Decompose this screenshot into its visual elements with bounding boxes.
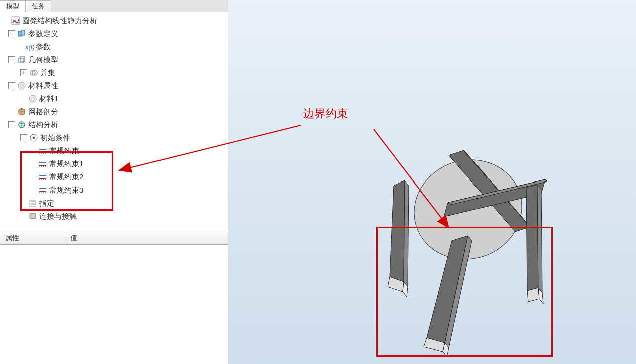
collapse-toggle[interactable]: −	[8, 56, 15, 63]
initial-cond-icon	[29, 133, 38, 142]
tree-param-def[interactable]: − 参数定义	[0, 27, 228, 40]
collapse-toggle[interactable]: −	[8, 82, 15, 89]
svg-marker-61	[526, 185, 538, 291]
tree-init-cond-label: 初始条件	[40, 133, 70, 143]
material-icon	[28, 94, 37, 103]
svg-rect-2	[21, 30, 25, 35]
tree-constraint-label: 常规约束	[49, 146, 79, 156]
tab-model[interactable]: 模型	[0, 0, 26, 12]
collapse-toggle[interactable]: −	[8, 121, 15, 128]
property-grid-body[interactable]	[0, 245, 228, 364]
svg-marker-58	[404, 180, 409, 287]
tree-constraint1[interactable]: 常规约束1	[0, 157, 228, 170]
tree-constraint1-label: 常规约束1	[49, 159, 83, 169]
param-prefix: x(t)	[25, 43, 35, 51]
tree-material-attr-label: 材料属性	[28, 81, 58, 91]
tree-params[interactable]: x(t) 参数	[0, 40, 228, 53]
function-icon: x(t)	[25, 42, 35, 51]
tree-mesh[interactable]: 网格剖分	[0, 105, 228, 118]
tree-constraint3-label: 常规约束3	[49, 186, 83, 195]
model-tree: 圆凳结构线性静力分析 − 参数定义 x(t) 参数	[0, 12, 228, 225]
tree-root[interactable]: 圆凳结构线性静力分析	[0, 14, 228, 27]
tree-material-attr[interactable]: − 材料属性	[0, 79, 228, 92]
constraint-icon	[38, 172, 47, 181]
tree-constraint2-label: 常规约束2	[49, 172, 83, 182]
tree-root-label: 圆凳结构线性静力分析	[22, 16, 97, 26]
params-group-icon	[17, 29, 26, 38]
tree-init-cond[interactable]: − 初始条件	[0, 131, 228, 144]
analysis-icon	[11, 16, 20, 25]
tree-params-label: 参数	[36, 42, 51, 52]
app-root: 模型 任务 圆凳结构线性静力分析 −	[0, 0, 636, 364]
tree-contact-label: 连接与接触	[39, 212, 77, 221]
tree-geom-label: 几何模型	[28, 55, 58, 65]
union-icon	[29, 68, 38, 77]
svg-point-21	[33, 137, 35, 139]
tree-contact[interactable]: 连接与接触	[0, 210, 228, 223]
model-3d-scene	[228, 0, 636, 364]
assign-icon	[28, 199, 37, 208]
tree-struct-label: 结构分析	[28, 120, 58, 130]
mesh-icon	[17, 107, 26, 116]
collapse-toggle[interactable]: −	[20, 134, 27, 141]
svg-marker-57	[390, 180, 405, 282]
svg-rect-3	[19, 58, 23, 63]
tree-struct-analysis[interactable]: − 结构分析	[0, 118, 228, 131]
constraint-icon	[38, 186, 47, 195]
svg-point-12	[29, 95, 36, 102]
expand-toggle[interactable]: +	[20, 69, 27, 76]
model-tree-scroll[interactable]: 圆凳结构线性静力分析 − 参数定义 x(t) 参数	[0, 12, 228, 232]
contact-icon	[28, 212, 37, 221]
tab-task[interactable]: 任务	[26, 0, 51, 12]
tree-param-def-label: 参数定义	[28, 29, 58, 39]
constraint-icon	[38, 159, 47, 168]
tree-material1-label: 材料1	[39, 94, 58, 104]
tree-assign-label: 指定	[39, 199, 54, 208]
svg-marker-62	[537, 185, 542, 293]
tree-geom-model[interactable]: − 几何模型	[0, 53, 228, 66]
prop-header-value: 值	[65, 232, 82, 244]
svg-point-10	[18, 82, 25, 89]
tree-constraint2[interactable]: 常规约束2	[0, 170, 228, 184]
tree-mesh-label: 网格剖分	[28, 107, 58, 117]
material-group-icon	[17, 81, 26, 90]
left-panel: 模型 任务 圆凳结构线性静力分析 −	[0, 0, 228, 364]
constraint-icon	[38, 146, 47, 155]
physics-icon	[17, 120, 26, 129]
tree-material1[interactable]: 材料1	[0, 92, 228, 105]
panel-tabs: 模型 任务	[0, 0, 228, 12]
tree-constraint[interactable]: 常规约束	[0, 144, 228, 157]
tree-union[interactable]: + 并集	[0, 66, 228, 79]
viewport-3d[interactable]: 边界约束	[228, 0, 636, 364]
tree-constraint3[interactable]: 常规约束3	[0, 184, 228, 197]
geometry-icon	[17, 55, 26, 64]
property-grid-header: 属性 值	[0, 232, 228, 245]
prop-header-attr: 属性	[0, 232, 65, 244]
collapse-toggle[interactable]: −	[8, 30, 15, 37]
spacer	[2, 17, 9, 24]
tree-assign[interactable]: 指定	[0, 197, 228, 210]
tree-union-label: 并集	[40, 68, 55, 78]
annotation-label: 边界约束	[303, 106, 348, 121]
